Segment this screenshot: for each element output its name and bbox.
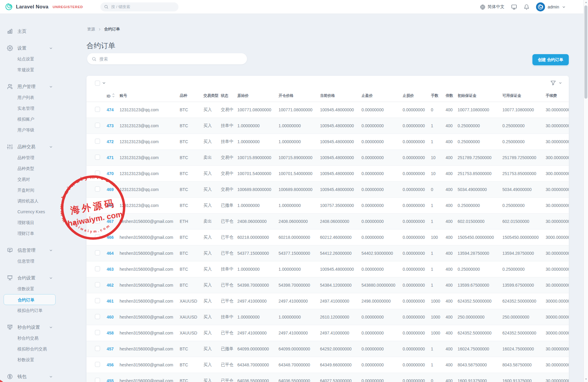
row-checkbox[interactable] (95, 362, 100, 367)
sidebar-section-6[interactable]: 秒合约设置 (0, 322, 69, 333)
sidebar-item[interactable]: 倍数设置 (0, 283, 69, 294)
cell: heshen3156000@gmail.com (120, 309, 180, 325)
global-search[interactable] (100, 2, 178, 11)
row-checkbox[interactable] (95, 282, 100, 287)
order-id-link[interactable]: 461 (107, 299, 114, 303)
sidebar-item[interactable]: 常规设置 (0, 64, 69, 75)
page-scrollbar[interactable]: ▲ ▼ (583, 0, 588, 382)
sidebar-section-3[interactable]: 品种交易 (0, 141, 69, 152)
gear-icon (7, 45, 13, 51)
sidebar-section-2[interactable]: 用户管理 (0, 81, 69, 92)
create-order-button[interactable]: 创建 合约订单 (532, 54, 569, 65)
row-checkbox[interactable] (95, 139, 100, 144)
sidebar-item[interactable]: 开盘时间 (0, 185, 69, 196)
chevron-down-icon[interactable] (102, 81, 106, 85)
sidebar-section-5[interactable]: 合约设置 (0, 273, 69, 283)
cell: 0.00000000 (403, 357, 431, 373)
sidebar-item[interactable]: 调控机器人 (0, 196, 69, 206)
cell: 0.00000000 (361, 309, 403, 325)
row-checkbox[interactable] (95, 107, 100, 112)
order-id-link[interactable]: 457 (107, 347, 114, 351)
monitor-icon[interactable] (511, 4, 517, 10)
sidebar-item[interactable]: 秒数设置 (0, 354, 69, 365)
sidebar-item[interactable]: 理财项目 (0, 217, 69, 228)
scrollbar-thumb[interactable] (584, 5, 587, 99)
cell: 1 (431, 245, 446, 261)
order-id-link[interactable]: 456 (107, 362, 114, 367)
row-checkbox[interactable] (95, 186, 100, 192)
column-header: 倍数 (446, 90, 458, 102)
row-checkbox[interactable] (95, 266, 100, 271)
sidebar-section-1[interactable]: 设置 (0, 43, 69, 54)
sidebar-section-4[interactable]: 信息管理 (0, 245, 69, 256)
sort-icon[interactable] (112, 93, 115, 97)
sidebar-section-7[interactable]: 钱包 (0, 371, 69, 382)
row-checkbox[interactable] (95, 346, 100, 351)
filter-funnel-icon[interactable] (550, 80, 556, 86)
cell: 30.00000000 (546, 102, 569, 118)
scroll-up-arrow[interactable]: ▲ (584, 1, 588, 4)
row-checkbox[interactable] (95, 330, 100, 335)
language-switcher[interactable]: 简体中文 (480, 4, 504, 10)
row-checkbox[interactable] (95, 250, 100, 255)
sidebar-item[interactable]: 理财订单 (0, 228, 69, 239)
user-menu[interactable]: admin (536, 2, 566, 11)
sidebar-item[interactable]: 站点设置 (0, 54, 69, 64)
sidebar-item[interactable]: 实名管理 (0, 103, 69, 114)
brand[interactable]: Laravel Nova (5, 3, 48, 11)
cell: 0.00000000 (403, 118, 431, 134)
sidebar-item[interactable]: 模拟账户 (0, 114, 69, 125)
bell-icon[interactable] (524, 4, 529, 10)
cell: 100945.48000000 (320, 261, 361, 277)
order-id-link[interactable]: 474 (107, 107, 114, 112)
column-header[interactable]: ID (107, 90, 120, 102)
order-id-link[interactable]: 466 (107, 235, 114, 240)
row-checkbox[interactable] (95, 314, 100, 319)
order-id-link[interactable]: 462 (107, 283, 114, 288)
cell: 1.00000000 (237, 118, 279, 134)
order-id-link[interactable]: 468 (107, 203, 114, 208)
sidebar-item[interactable]: 用户列表 (0, 92, 69, 103)
order-id-link[interactable]: 458 (107, 331, 114, 335)
global-search-input[interactable] (111, 5, 171, 9)
cell: 0.00000000 (403, 181, 431, 197)
chevron-down-icon[interactable] (559, 81, 562, 85)
row-checkbox[interactable] (95, 155, 100, 160)
sidebar-item[interactable]: 用户等级 (0, 125, 69, 135)
order-id-link[interactable]: 467 (107, 219, 114, 224)
row-checkbox[interactable] (95, 298, 100, 303)
order-id-link[interactable]: 463 (107, 267, 114, 272)
scroll-down-arrow[interactable]: ▼ (584, 378, 588, 380)
sidebar-item[interactable]: 品种类型 (0, 163, 69, 174)
resource-search-input[interactable] (99, 57, 238, 61)
sidebar-item[interactable]: 模拟秒合约交易 (0, 343, 69, 354)
order-id-link[interactable]: 473 (107, 123, 114, 128)
row-checkbox[interactable] (95, 218, 100, 223)
row-checkbox[interactable] (95, 171, 100, 176)
sidebar-item[interactable]: Currency Kxes (0, 206, 69, 217)
order-id-link[interactable]: 460 (107, 315, 114, 319)
order-id-link[interactable]: 471 (107, 155, 114, 160)
sidebar-item[interactable]: 品种管理 (0, 152, 69, 163)
order-id-link[interactable]: 455 (107, 378, 114, 382)
sidebar-item[interactable]: 模拟合约订单 (0, 305, 69, 316)
cell: BTC (180, 245, 203, 261)
sidebar-item[interactable]: 合约订单 (4, 294, 56, 305)
breadcrumb-root[interactable]: 资源 (87, 26, 95, 32)
sidebar-item[interactable]: 信息管理 (0, 256, 69, 266)
order-id-link[interactable]: 472 (107, 139, 114, 144)
row-checkbox[interactable] (95, 202, 100, 208)
select-all-checkbox[interactable] (95, 81, 100, 86)
row-checkbox[interactable] (95, 123, 100, 128)
order-id-link[interactable]: 469 (107, 187, 114, 192)
row-checkbox[interactable] (95, 234, 100, 239)
sidebar-item[interactable]: 交易对 (0, 174, 69, 185)
sidebar-section-0[interactable]: 主页 (0, 26, 69, 37)
order-id-link[interactable]: 470 (107, 171, 114, 176)
row-checkbox[interactable] (95, 378, 100, 382)
order-id-link[interactable]: 464 (107, 251, 114, 256)
sidebar-item[interactable]: 秒合约交易 (0, 333, 69, 343)
cell: 250.00000000 (502, 309, 546, 325)
cell: 0.00000000 (403, 102, 431, 118)
resource-search[interactable] (87, 53, 247, 64)
